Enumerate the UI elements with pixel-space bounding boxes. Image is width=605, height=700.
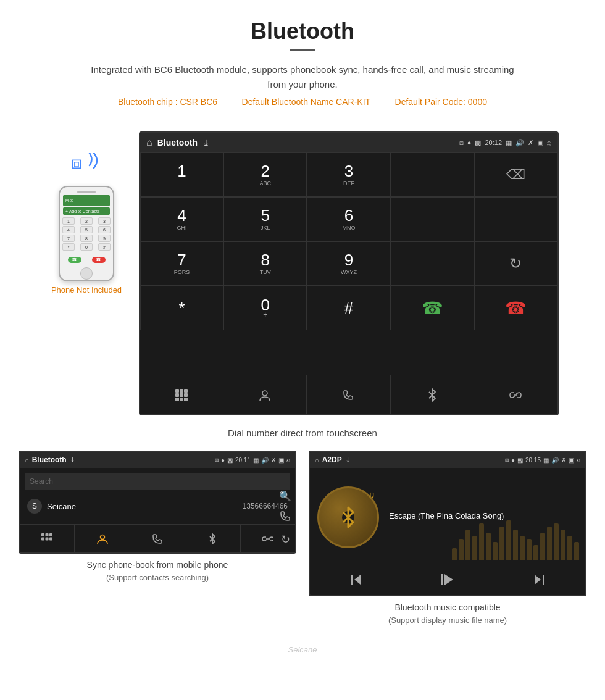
pb-bottom-contacts[interactable] — [75, 525, 130, 552]
contact-avatar: S — [27, 499, 42, 514]
dial-bottom-phone-icon[interactable] — [307, 375, 390, 414]
svg-rect-7 — [180, 398, 183, 401]
key-star-num: * — [179, 300, 185, 316]
phonebook-wrapper: Search S Seicane 13566664466 🔍 — [20, 468, 295, 524]
music-visualizer-bg — [446, 520, 585, 567]
dial-backspace-cell[interactable]: ⌫ — [474, 152, 557, 197]
music-item: ⌂ A2DP ⤓ ⧈ ● ▩ 20:15 ▦ 🔊 ✗ ▣ ⎌ — [309, 451, 586, 627]
music-screen: ⌂ A2DP ⤓ ⧈ ● ▩ 20:15 ▦ 🔊 ✗ ▣ ⎌ — [309, 451, 586, 596]
music-album-art: ♫ — [317, 486, 379, 548]
dial-key-8[interactable]: 8 TUV — [223, 241, 307, 286]
volume-icon: 🔊 — [515, 139, 524, 147]
key-7-num: 7 — [177, 252, 186, 268]
dial-key-1[interactable]: 1 … — [140, 152, 223, 197]
phone-key-hash: # — [98, 243, 111, 251]
pb-time: 20:11 — [235, 457, 251, 464]
pb-cam-icon: ▦ — [253, 457, 259, 464]
pb-side-phone-icon[interactable] — [280, 510, 291, 524]
phone-screen-text: M:02 — [65, 199, 73, 202]
bluetooth-status-icon: ⧈ — [459, 139, 464, 147]
svg-rect-16 — [49, 537, 52, 540]
phone-key-3: 3 — [98, 217, 111, 225]
svg-rect-21 — [441, 574, 443, 585]
search-bar[interactable]: Search — [25, 473, 290, 490]
phonebook-usb-icon: ⤓ — [70, 456, 75, 464]
mus-back-icon: ⎌ — [577, 457, 580, 464]
music-usb-icon: ⤓ — [345, 456, 351, 464]
svg-rect-4 — [180, 393, 183, 397]
dial-bottom-contacts-icon[interactable] — [223, 375, 307, 414]
music-statusbar-left: ⌂ A2DP ⤓ — [315, 456, 351, 464]
dial-call-red-cell[interactable]: ☎ — [474, 286, 557, 330]
phone-key-0: 0 — [80, 243, 93, 251]
music-song-title: Escape (The Pina Colada Song) — [389, 511, 578, 520]
svg-rect-0 — [175, 389, 179, 393]
phone-key-9: 9 — [98, 235, 111, 242]
dial-key-star[interactable]: * — [140, 286, 223, 330]
music-play-pause-btn[interactable] — [435, 573, 461, 590]
phone-key-star: * — [62, 243, 75, 251]
add-to-contacts-bar: + Add to Contacts — [63, 207, 110, 215]
close-icon: ✗ — [528, 139, 533, 147]
pb-back-icon: ⎌ — [286, 457, 290, 464]
bluetooth-icon-container: ⧈ — [68, 150, 105, 181]
dial-key-7[interactable]: 7 PQRS — [140, 241, 223, 286]
svg-rect-20 — [351, 575, 353, 585]
dial-key-0[interactable]: 0 + — [223, 286, 307, 330]
mus-signal-icon: ▩ — [517, 457, 523, 464]
pb-side-search-icon[interactable]: 🔍 — [279, 490, 291, 502]
phonebook-sidebar: 🔍 ↻ — [279, 490, 291, 546]
key-4-letters: GHI — [177, 225, 187, 231]
camera-icon: ▦ — [506, 139, 512, 147]
dial-call-green-cell[interactable]: ☎ — [391, 286, 474, 330]
dial-bottom-bar — [140, 375, 557, 414]
phonebook-home-icon: ⌂ — [25, 456, 29, 464]
dial-key-9[interactable]: 9 WXYZ — [307, 241, 390, 286]
dial-key-5[interactable]: 5 JKL — [223, 197, 307, 241]
svg-rect-8 — [184, 398, 188, 401]
dial-refresh-cell[interactable]: ↻ — [474, 241, 557, 286]
mus-close-icon: ✗ — [561, 457, 566, 464]
window-icon: ▣ — [537, 139, 543, 147]
key-5-num: 5 — [261, 207, 270, 223]
signal-waves-icon — [86, 153, 105, 181]
dial-key-2[interactable]: 2 ABC — [223, 152, 307, 197]
dial-key-6[interactable]: 6 MNO — [307, 197, 390, 241]
key-8-letters: TUV — [260, 269, 271, 275]
dial-bottom-link-icon[interactable] — [474, 375, 557, 414]
music-prev-btn[interactable] — [343, 573, 368, 589]
pb-bottom-bt[interactable] — [185, 525, 240, 552]
music-caption-sub: (Support display music file name) — [388, 614, 507, 627]
location-icon: ● — [467, 139, 472, 146]
dial-bottom-grid-icon[interactable] — [140, 375, 223, 414]
svg-rect-24 — [543, 575, 544, 585]
music-content: ♫ Escape (The Pina Colada Song) — [310, 468, 585, 567]
svg-rect-1 — [180, 389, 183, 393]
key-2-letters: ABC — [260, 180, 272, 186]
svg-rect-3 — [175, 393, 179, 397]
phonebook-caption-main: Sync phone-book from mobile phone — [87, 559, 228, 572]
pb-side-refresh-icon[interactable]: ↻ — [281, 533, 290, 546]
dial-bottom-bluetooth-icon[interactable] — [391, 375, 474, 414]
call-red-icon: ☎ — [505, 298, 527, 319]
music-next-btn[interactable] — [527, 573, 552, 589]
phone-screen-bar: M:02 — [63, 195, 110, 206]
dial-key-3[interactable]: 3 DEF — [307, 152, 390, 197]
pb-bottom-grid[interactable] — [20, 525, 75, 552]
bluetooth-default-name: Default Bluetooth Name CAR-KIT — [242, 97, 371, 107]
key-6-letters: MNO — [342, 225, 355, 231]
pb-bottom-phone[interactable] — [130, 525, 185, 552]
phone-home-button — [80, 267, 93, 280]
page-title: Bluetooth — [12, 19, 593, 44]
key-1-letters: … — [179, 180, 185, 186]
dial-key-hash[interactable]: # — [307, 286, 390, 330]
music-caption: Bluetooth music compatible (Support disp… — [388, 601, 507, 627]
key-4-num: 4 — [177, 207, 186, 223]
dial-key-4[interactable]: 4 GHI — [140, 197, 223, 241]
svg-rect-11 — [41, 533, 44, 536]
add-contacts-label: + Add to Contacts — [65, 209, 99, 214]
music-home-icon: ⌂ — [315, 456, 319, 464]
back-icon: ⎌ — [547, 139, 551, 146]
phone-key-4: 4 — [62, 226, 75, 233]
phone-key-8: 8 — [80, 235, 93, 242]
